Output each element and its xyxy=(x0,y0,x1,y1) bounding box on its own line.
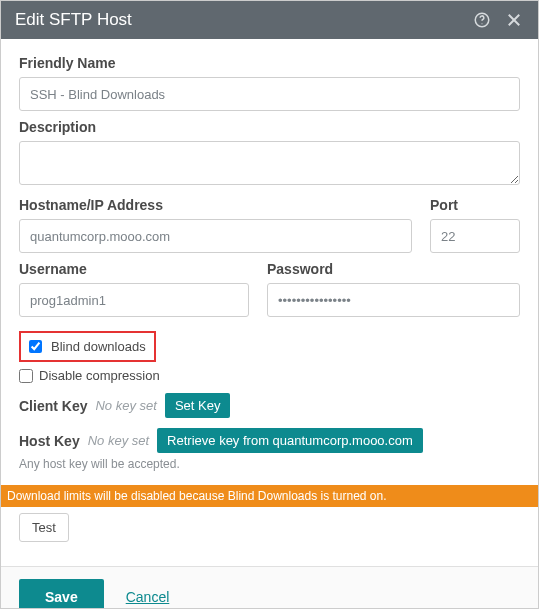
help-icon[interactable] xyxy=(470,8,494,32)
set-key-button[interactable]: Set Key xyxy=(165,393,231,418)
password-input[interactable] xyxy=(267,283,520,317)
hostname-label: Hostname/IP Address xyxy=(19,197,412,213)
save-button[interactable]: Save xyxy=(19,579,104,609)
client-key-status: No key set xyxy=(95,398,156,413)
port-input[interactable] xyxy=(430,219,520,253)
host-key-label: Host Key xyxy=(19,433,80,449)
client-key-label: Client Key xyxy=(19,398,87,414)
disable-compression-checkbox[interactable] xyxy=(19,369,33,383)
warning-banner: Download limits will be disabled because… xyxy=(1,485,538,507)
svg-point-1 xyxy=(481,23,482,24)
close-icon[interactable] xyxy=(502,8,526,32)
username-input[interactable] xyxy=(19,283,249,317)
password-label: Password xyxy=(267,261,520,277)
cancel-link[interactable]: Cancel xyxy=(126,589,170,605)
dialog-footer: Save Cancel xyxy=(1,566,538,609)
description-label: Description xyxy=(19,119,520,135)
disable-compression-label: Disable compression xyxy=(39,368,160,383)
test-button[interactable]: Test xyxy=(19,513,69,542)
friendly-name-label: Friendly Name xyxy=(19,55,520,71)
friendly-name-input[interactable] xyxy=(19,77,520,111)
blind-downloads-label: Blind downloads xyxy=(51,339,146,354)
blind-downloads-checkbox[interactable] xyxy=(29,340,42,353)
username-label: Username xyxy=(19,261,249,277)
retrieve-key-button[interactable]: Retrieve key from quantumcorp.mooo.com xyxy=(157,428,423,453)
dialog-title: Edit SFTP Host xyxy=(15,10,132,30)
blind-downloads-highlight: Blind downloads xyxy=(19,331,156,362)
host-key-status: No key set xyxy=(88,433,149,448)
port-label: Port xyxy=(430,197,520,213)
host-key-note: Any host key will be accepted. xyxy=(19,457,520,471)
hostname-input[interactable] xyxy=(19,219,412,253)
description-input[interactable] xyxy=(19,141,520,185)
dialog-titlebar: Edit SFTP Host xyxy=(1,1,538,39)
